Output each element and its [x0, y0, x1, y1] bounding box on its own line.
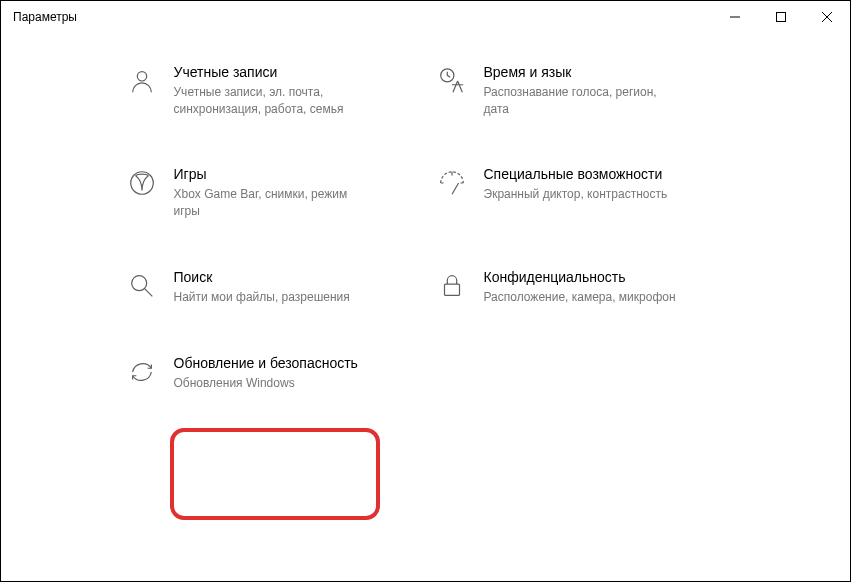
category-gaming[interactable]: Игры Xbox Game Bar, снимки, режим игры: [126, 165, 416, 219]
window-title: Параметры: [13, 10, 712, 24]
category-privacy[interactable]: Конфиденциальность Расположение, камера,…: [436, 268, 726, 306]
category-title: Специальные возможности: [484, 165, 668, 184]
category-title: Учетные записи: [174, 63, 374, 82]
time-language-icon: [436, 65, 468, 97]
category-subtitle: Расположение, камера, микрофон: [484, 289, 676, 306]
category-title: Конфиденциальность: [484, 268, 676, 287]
search-icon: [126, 270, 158, 302]
svg-point-7: [131, 276, 146, 291]
category-title: Время и язык: [484, 63, 684, 82]
category-subtitle: Учетные записи, эл. почта, синхронизация…: [174, 84, 374, 118]
maximize-button[interactable]: [758, 1, 804, 33]
settings-content: Учетные записи Учетные записи, эл. почта…: [1, 33, 850, 391]
svg-point-4: [137, 72, 146, 81]
category-search[interactable]: Поиск Найти мои файлы, разрешения: [126, 268, 416, 306]
person-icon: [126, 65, 158, 97]
close-button[interactable]: [804, 1, 850, 33]
xbox-icon: [126, 167, 158, 199]
svg-rect-1: [777, 13, 786, 22]
category-title: Обновление и безопасность: [174, 354, 358, 373]
category-subtitle: Xbox Game Bar, снимки, режим игры: [174, 186, 374, 220]
category-subtitle: Распознавание голоса, регион, дата: [484, 84, 684, 118]
svg-point-6: [130, 172, 153, 195]
category-time-language[interactable]: Время и язык Распознавание голоса, регио…: [436, 63, 726, 117]
category-accessibility[interactable]: Специальные возможности Экранный диктор,…: [436, 165, 726, 219]
minimize-button[interactable]: [712, 1, 758, 33]
category-subtitle: Найти мои файлы, разрешения: [174, 289, 350, 306]
category-update-security[interactable]: Обновление и безопасность Обновления Win…: [126, 354, 416, 392]
window-controls: [712, 1, 850, 33]
accessibility-icon: [436, 167, 468, 199]
category-subtitle: Экранный диктор, контрастность: [484, 186, 668, 203]
category-subtitle: Обновления Windows: [174, 375, 358, 392]
category-title: Игры: [174, 165, 374, 184]
titlebar: Параметры: [1, 1, 850, 33]
categories-grid: Учетные записи Учетные записи, эл. почта…: [126, 63, 726, 391]
lock-icon: [436, 270, 468, 302]
annotation-highlight: [170, 428, 380, 520]
svg-line-8: [144, 289, 152, 297]
svg-rect-9: [444, 284, 459, 295]
update-icon: [126, 356, 158, 388]
category-title: Поиск: [174, 268, 350, 287]
category-accounts[interactable]: Учетные записи Учетные записи, эл. почта…: [126, 63, 416, 117]
